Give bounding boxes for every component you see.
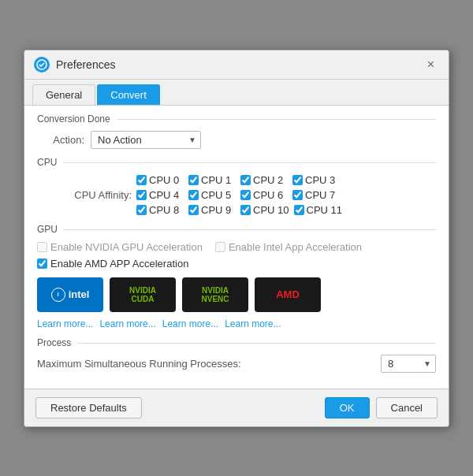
intel-brand-label: intel (69, 288, 90, 300)
nvidia-accel-label: Enable NVIDIA GPU Acceleration (50, 241, 203, 253)
cpu-1-label[interactable]: CPU 1 (201, 174, 231, 186)
nvidia-nvenc-name: NVIDIA (201, 286, 229, 295)
cpu-9-checkbox[interactable] (188, 205, 199, 215)
cpu-0-label[interactable]: CPU 0 (149, 174, 179, 186)
cpu-5-label[interactable]: CPU 5 (201, 189, 231, 201)
gpu-section-header: GPU (37, 224, 436, 235)
cpu-0-checkbox[interactable] (136, 175, 147, 185)
amd-option: Enable AMD APP Acceleration (37, 258, 436, 270)
cpu-7-checkbox[interactable] (292, 190, 303, 200)
learn-links: Learn more... Learn more... Learn more..… (37, 318, 436, 329)
action-select-wrap: No Action Shut Down Hibernate Exit ▼ (91, 131, 201, 149)
process-section-header: Process (37, 337, 436, 348)
cpu-section-header: CPU (37, 157, 436, 168)
cpu-1-item: CPU 1 (188, 174, 236, 186)
cpu-11-label[interactable]: CPU 11 (307, 204, 343, 216)
amd-brand-inner: AMD (276, 288, 300, 300)
cpu-2-checkbox[interactable] (240, 175, 251, 185)
cpu-4-checkbox[interactable] (136, 190, 147, 200)
ok-button[interactable]: OK (325, 397, 370, 418)
cpu-11-item: CPU 11 (294, 204, 343, 216)
tabs-bar: General Convert (24, 80, 449, 106)
cpu-4-label[interactable]: CPU 4 (149, 189, 179, 201)
cpu-3-checkbox[interactable] (292, 175, 303, 185)
nvidia-nvenc-inner: NVIDIA NVENC (201, 286, 229, 303)
restore-defaults-button[interactable]: Restore Defaults (35, 397, 142, 418)
intel-brand-inner: i intel (51, 288, 90, 302)
nvidia-nvenc-brand-button[interactable]: NVIDIA NVENC (182, 277, 248, 312)
nvidia-nvenc-sub: NVENC (201, 295, 229, 303)
nvidia-accel-option: Enable NVIDIA GPU Acceleration (37, 241, 203, 253)
cpu-9-item: CPU 9 (188, 204, 236, 216)
process-select[interactable]: 1 2 4 8 16 (381, 355, 436, 373)
cpu-7-item: CPU 7 (292, 189, 340, 201)
close-button[interactable]: × (423, 57, 439, 73)
nvidia-cuda-inner: NVIDIA CUDA (129, 286, 156, 303)
dialog-title: Preferences (56, 58, 115, 71)
amd-accel-checkbox[interactable] (37, 258, 47, 269)
cpu-3-label[interactable]: CPU 3 (305, 174, 335, 186)
cpu-5-checkbox[interactable] (188, 190, 199, 200)
cpu-grid: CPU 0 CPU 1 CPU 2 CPU 3 (53, 174, 436, 216)
cpu-2-label[interactable]: CPU 2 (253, 174, 283, 186)
cpu-8-label[interactable]: CPU 8 (149, 204, 179, 216)
cpu-items-row3: CPU 8 CPU 9 CPU 10 CPU 11 (136, 204, 342, 216)
cancel-button[interactable]: Cancel (376, 397, 438, 418)
brand-logos: i intel NVIDIA CUDA NVIDIA NVENC (37, 277, 436, 312)
footer-right: OK Cancel (325, 397, 438, 418)
cpu-10-item: CPU 10 (240, 204, 289, 216)
tab-general[interactable]: General (32, 84, 95, 105)
dialog-footer: Restore Defaults OK Cancel (24, 389, 449, 426)
gpu-options: Enable NVIDIA GPU Acceleration Enable In… (37, 241, 436, 253)
gpu-section: GPU Enable NVIDIA GPU Acceleration Enabl… (37, 224, 436, 329)
learn-link-nvidia-cuda[interactable]: Learn more... (99, 318, 155, 329)
cpu-2-item: CPU 2 (240, 174, 288, 186)
intel-ring-icon: i (51, 288, 65, 302)
learn-link-amd[interactable]: Learn more... (225, 318, 281, 329)
action-select[interactable]: No Action Shut Down Hibernate Exit (91, 131, 201, 149)
nvidia-cuda-sub: CUDA (129, 295, 156, 303)
tab-convert[interactable]: Convert (97, 84, 160, 105)
cpu-3-item: CPU 3 (292, 174, 340, 186)
cpu-10-checkbox[interactable] (240, 205, 251, 215)
process-select-wrap: 1 2 4 8 16 ▼ (381, 355, 436, 373)
nvidia-cuda-name: NVIDIA (129, 286, 156, 295)
amd-brand-label: AMD (276, 288, 300, 300)
max-process-label: Maximum Simultaneous Running Processes: (37, 358, 241, 370)
cpu-10-label[interactable]: CPU 10 (253, 204, 289, 216)
cpu-section: CPU CPU 0 CPU 1 (37, 157, 436, 216)
process-row: Maximum Simultaneous Running Processes: … (37, 355, 436, 373)
cpu-items-row1: CPU 0 CPU 1 CPU 2 CPU 3 (136, 174, 340, 186)
cpu-8-item: CPU 8 (136, 204, 184, 216)
intel-accel-option: Enable Intel App Acceleration (215, 241, 362, 253)
cpu-row-1: CPU 0 CPU 1 CPU 2 CPU 3 (53, 174, 436, 186)
app-icon (34, 57, 50, 73)
cpu-9-label[interactable]: CPU 9 (201, 204, 231, 216)
cpu-items-row2: CPU 4 CPU 5 CPU 6 CPU 7 (136, 189, 340, 201)
title-bar-left: Preferences (34, 57, 115, 73)
cpu-1-checkbox[interactable] (188, 175, 199, 185)
cpu-7-label[interactable]: CPU 7 (305, 189, 335, 201)
amd-brand-button[interactable]: AMD (255, 277, 321, 312)
cpu-0-item: CPU 0 (136, 174, 184, 186)
cpu-4-item: CPU 4 (136, 189, 184, 201)
main-content: Conversion Done Action: No Action Shut D… (24, 106, 449, 389)
cpu-row-3: CPU 8 CPU 9 CPU 10 CPU 11 (53, 204, 436, 216)
nvidia-cuda-brand-button[interactable]: NVIDIA CUDA (110, 277, 176, 312)
intel-brand-button[interactable]: i intel (37, 277, 103, 312)
cpu-row-2: CPU Affinity: CPU 4 CPU 5 CPU 6 (53, 189, 436, 201)
learn-link-nvidia-nvenc[interactable]: Learn more... (162, 318, 218, 329)
cpu-8-checkbox[interactable] (136, 205, 147, 215)
action-row: Action: No Action Shut Down Hibernate Ex… (37, 131, 436, 149)
cpu-6-label[interactable]: CPU 6 (253, 189, 283, 201)
cpu-6-checkbox[interactable] (240, 190, 251, 200)
nvidia-accel-checkbox[interactable] (37, 242, 47, 252)
cpu-11-checkbox[interactable] (294, 205, 304, 215)
intel-accel-label: Enable Intel App Acceleration (229, 241, 362, 253)
intel-accel-checkbox[interactable] (215, 242, 225, 252)
conversion-done-section: Conversion Done Action: No Action Shut D… (37, 113, 436, 149)
amd-accel-label[interactable]: Enable AMD APP Acceleration (50, 258, 188, 270)
learn-link-intel[interactable]: Learn more... (37, 318, 93, 329)
conversion-done-header: Conversion Done (37, 113, 436, 125)
cpu-affinity-label: CPU Affinity: (53, 189, 132, 201)
